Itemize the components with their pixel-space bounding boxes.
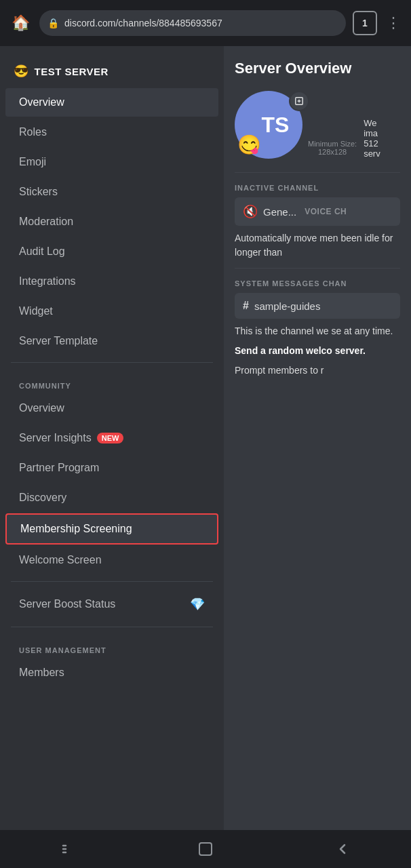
svg-rect-6 [199,843,212,855]
system-channel-name: sample-guides [254,300,321,312]
inactive-channel-name: Gene... [263,206,296,218]
system-channel-desc1: This is the channel we se at any time. [235,324,400,338]
sidebar-item-partner-program[interactable]: Partner Program [5,454,218,482]
sidebar-item-discovery[interactable]: Discovery [5,484,218,512]
sidebar-item-stickers[interactable]: Stickers [5,178,218,206]
divider-3 [11,627,213,627]
url-text: discord.com/channels/884485693567 [64,18,222,28]
content-area: Server Overview 😋 TS Minimum Size: [224,46,411,830]
lock-icon: 🔒 [47,18,59,28]
inactive-channel-row[interactable]: 🔇 Gene... VOICE CH [235,197,400,226]
avatar-caption-line2: 128x128 [308,148,357,156]
community-section-label: COMMUNITY [5,370,218,394]
boost-icon: 💎 [190,597,205,612]
inactive-channel-description: Automatically move men been idle for lon… [235,231,400,260]
system-messages-header: SYSTEM MESSAGES CHAN [235,279,400,288]
sidebar-item-membership-screening[interactable]: Membership Screening [5,513,218,545]
new-badge: NEW [97,433,124,443]
sidebar-item-emoji[interactable]: Emoji [5,148,218,176]
bottom-bar [0,830,411,868]
content-title: Server Overview [235,60,400,77]
inactive-channel-header: INACTIVE CHANNEL [235,184,400,192]
user-management-section-label: USER MANAGEMENT [5,634,218,658]
divider-1 [11,362,213,363]
sidebar-item-overview[interactable]: Overview [5,88,218,117]
upload-hint-text: Weima512serv [364,118,380,159]
browser-bar: 🏠 🔒 discord.com/channels/884485693567 1 … [0,0,411,46]
server-icon-area: 😋 TS Minimum Size: 128x128 [235,91,400,159]
hash-icon: # [243,300,249,312]
avatar-caption-line1: Minimum Size: [308,140,357,148]
browser-menu-icon[interactable]: ⋮ [384,11,403,35]
system-channel-row[interactable]: # sample-guides [235,293,400,319]
sidebar: 😎 TEST SERVER Overview Roles Emoji Stick… [0,46,224,830]
sidebar-item-members[interactable]: Members [5,658,218,687]
main-layout: 😎 TEST SERVER Overview Roles Emoji Stick… [0,46,411,830]
server-insights-label: Server Insights [19,432,92,444]
server-name-text: TEST SERVER [35,66,109,77]
sidebar-item-community-overview[interactable]: Overview [5,394,218,422]
bottom-menu-button[interactable] [55,835,82,863]
inactive-channel-type: VOICE CH [305,207,347,216]
avatar-emoji: 😋 [237,134,261,156]
sidebar-item-roles[interactable]: Roles [5,118,218,146]
sidebar-item-server-insights[interactable]: Server Insights NEW [5,424,218,452]
sidebar-item-server-template[interactable]: Server Template [5,327,218,355]
system-channel-desc3: Prompt members to r [235,363,400,378]
sidebar-item-audit-log[interactable]: Audit Log [5,237,218,266]
avatar-caption: Minimum Size: 128x128 [308,140,357,156]
server-name: 😎 TEST SERVER [0,57,224,88]
sidebar-item-integrations[interactable]: Integrations [5,267,218,296]
tab-count[interactable]: 1 [353,11,377,35]
bottom-back-button[interactable] [329,835,356,863]
upload-avatar-button[interactable] [289,91,309,111]
send-welcome-text: Send a random welco server. [235,345,366,356]
sidebar-item-welcome-screen[interactable]: Welcome Screen [5,546,218,574]
sidebar-item-widget[interactable]: Widget [5,297,218,326]
bottom-home-button[interactable] [192,835,219,863]
sidebar-item-server-boost[interactable]: Server Boost Status 💎 [5,589,218,620]
speaker-icon: 🔇 [243,204,258,219]
home-icon[interactable]: 🏠 [8,11,33,35]
server-boost-label: Server Boost Status [19,598,115,610]
sidebar-item-moderation[interactable]: Moderation [5,208,218,236]
system-channel-desc2: Send a random welco server. [235,344,400,358]
divider-2 [11,581,213,582]
server-emoji: 😎 [14,64,29,79]
address-bar[interactable]: 🔒 discord.com/channels/884485693567 [39,10,346,36]
